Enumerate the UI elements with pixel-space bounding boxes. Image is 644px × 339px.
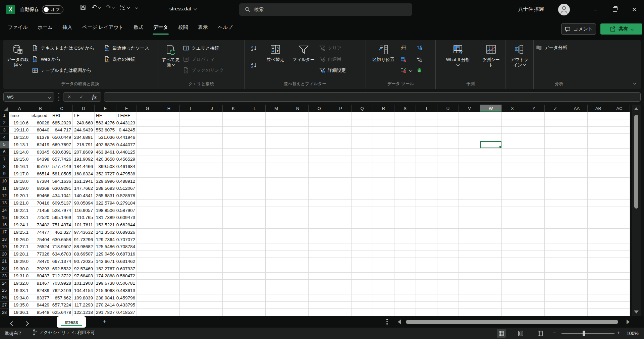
cell-A12[interactable]: 19:20.1 bbox=[9, 192, 30, 200]
cell-P26[interactable] bbox=[330, 294, 352, 302]
cell-AB8[interactable] bbox=[588, 163, 609, 170]
cell-J23[interactable] bbox=[201, 273, 223, 280]
cell-X11[interactable] bbox=[502, 185, 523, 192]
cell-Z11[interactable] bbox=[545, 185, 566, 192]
cell-R1[interactable] bbox=[373, 112, 394, 119]
cell-P17[interactable] bbox=[330, 229, 352, 236]
cell-P19[interactable] bbox=[330, 243, 352, 251]
cell-B1[interactable]: elapsed bbox=[30, 112, 51, 119]
cell-W23[interactable] bbox=[480, 273, 502, 280]
cell-Y21[interactable] bbox=[523, 258, 545, 265]
cell-D24[interactable]: 101.1908 bbox=[73, 280, 95, 287]
cell-AB15[interactable] bbox=[588, 214, 609, 222]
column-header-Q[interactable]: Q bbox=[352, 105, 373, 112]
cell-G9[interactable] bbox=[137, 170, 158, 178]
cell-O7[interactable] bbox=[309, 156, 330, 163]
cell-P15[interactable] bbox=[330, 214, 352, 222]
cell-N1[interactable] bbox=[287, 112, 309, 119]
cell-Y5[interactable] bbox=[523, 141, 545, 149]
cell-Q6[interactable] bbox=[352, 149, 373, 156]
cell-AC15[interactable] bbox=[609, 214, 630, 222]
column-header-C[interactable]: C bbox=[51, 105, 73, 112]
cell-B15[interactable]: 72520 bbox=[30, 214, 51, 222]
cell-W3[interactable] bbox=[480, 127, 502, 134]
cell-Y11[interactable] bbox=[523, 185, 545, 192]
cell-P13[interactable] bbox=[330, 200, 352, 207]
cell-Q22[interactable] bbox=[352, 265, 373, 273]
cell-R10[interactable] bbox=[373, 178, 394, 185]
cell-W11[interactable] bbox=[480, 185, 502, 192]
cell-D15[interactable]: 110.765 bbox=[73, 214, 95, 222]
cell-R13[interactable] bbox=[373, 200, 394, 207]
cell-Z10[interactable] bbox=[545, 178, 566, 185]
cell-L21[interactable] bbox=[244, 258, 266, 265]
cell-V3[interactable] bbox=[459, 127, 480, 134]
cell-A25[interactable]: 19:33.1 bbox=[9, 287, 30, 294]
cell-X22[interactable] bbox=[502, 265, 523, 273]
cell-W24[interactable] bbox=[480, 280, 502, 287]
cell-X27[interactable] bbox=[502, 302, 523, 309]
cell-I7[interactable] bbox=[180, 156, 201, 163]
cell-E22[interactable]: 152.2767 bbox=[95, 265, 116, 273]
cell-X9[interactable] bbox=[502, 170, 523, 178]
cell-I5[interactable] bbox=[180, 141, 201, 149]
cell-W20[interactable] bbox=[480, 250, 502, 258]
cell-O3[interactable] bbox=[309, 127, 330, 134]
cell-AA23[interactable] bbox=[566, 273, 588, 280]
cell-AA14[interactable] bbox=[566, 207, 588, 214]
sort-descending-button[interactable]: ZA bbox=[251, 61, 257, 69]
cell-H15[interactable] bbox=[158, 214, 180, 222]
cell-K10[interactable] bbox=[223, 178, 244, 185]
row-header-27[interactable]: 27 bbox=[0, 302, 9, 309]
cell-L10[interactable] bbox=[244, 178, 266, 185]
cell-M22[interactable] bbox=[266, 265, 287, 273]
cell-L20[interactable] bbox=[244, 250, 266, 258]
cell-H11[interactable] bbox=[158, 185, 180, 192]
cell-P4[interactable] bbox=[330, 134, 352, 141]
column-header-AC[interactable]: AC bbox=[609, 105, 630, 112]
outline-button[interactable]: アウトライン bbox=[508, 43, 531, 80]
ribbon-tab-9[interactable]: ヘルプ bbox=[213, 19, 238, 35]
cell-E12[interactable]: 265.6831 bbox=[95, 192, 116, 200]
cell-V15[interactable] bbox=[459, 214, 480, 222]
cell-N17[interactable] bbox=[287, 229, 309, 236]
cell-Z4[interactable] bbox=[545, 134, 566, 141]
cell-AA3[interactable] bbox=[566, 127, 588, 134]
cell-E2[interactable]: 563.4276 bbox=[95, 119, 116, 127]
cell-Z1[interactable] bbox=[545, 112, 566, 119]
cell-V28[interactable] bbox=[459, 309, 480, 316]
cell-R20[interactable] bbox=[373, 250, 394, 258]
cell-G10[interactable] bbox=[137, 178, 158, 185]
cell-Q11[interactable] bbox=[352, 185, 373, 192]
cell-Z5[interactable] bbox=[545, 141, 566, 149]
cell-O17[interactable] bbox=[309, 229, 330, 236]
scroll-right-icon[interactable] bbox=[627, 320, 630, 324]
formula-bar-handle[interactable] bbox=[58, 93, 60, 101]
cell-Q24[interactable] bbox=[352, 280, 373, 287]
select-all-corner[interactable] bbox=[0, 105, 9, 112]
cell-R4[interactable] bbox=[373, 134, 394, 141]
cell-D7[interactable]: 191.9092 bbox=[73, 156, 95, 163]
cell-Q23[interactable] bbox=[352, 273, 373, 280]
minimize-button[interactable]: – bbox=[586, 0, 605, 19]
cell-Q17[interactable] bbox=[352, 229, 373, 236]
cell-T2[interactable] bbox=[416, 119, 437, 127]
cell-B13[interactable]: 70416 bbox=[30, 200, 51, 207]
cell-Y14[interactable] bbox=[523, 207, 545, 214]
cell-L1[interactable] bbox=[244, 112, 266, 119]
cell-A9[interactable]: 19:17.0 bbox=[9, 170, 30, 178]
close-button[interactable]: ✕ bbox=[625, 0, 644, 19]
scroll-left-icon[interactable] bbox=[398, 320, 401, 324]
cell-E4[interactable]: 531.036 bbox=[95, 134, 116, 141]
cell-E8[interactable]: 399.508 bbox=[95, 163, 116, 170]
cell-Z21[interactable] bbox=[545, 258, 566, 265]
cell-E14[interactable]: 198.8506 bbox=[95, 207, 116, 214]
cell-AC11[interactable] bbox=[609, 185, 630, 192]
cell-L23[interactable] bbox=[244, 273, 266, 280]
cell-AB10[interactable] bbox=[588, 178, 609, 185]
cell-T16[interactable] bbox=[416, 221, 437, 229]
cell-J20[interactable] bbox=[201, 250, 223, 258]
cell-V20[interactable] bbox=[459, 250, 480, 258]
cell-T14[interactable] bbox=[416, 207, 437, 214]
cell-A27[interactable]: 19:35.0 bbox=[9, 302, 30, 309]
